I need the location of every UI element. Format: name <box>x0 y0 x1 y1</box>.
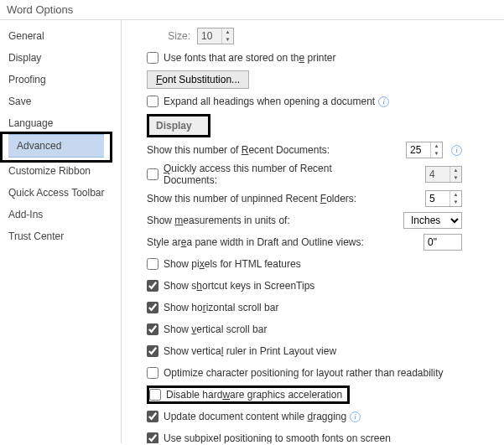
up-arrow-icon: ▲ <box>222 28 233 36</box>
v-scroll-checkbox[interactable] <box>147 323 158 335</box>
display-section-header: Display <box>149 116 208 135</box>
subpixel-label: Use subpixel positioning to smooth fonts… <box>164 432 391 443</box>
v-ruler-checkbox[interactable] <box>147 345 158 357</box>
quick-access-label: Quickly access this number of Recent Doc… <box>164 163 370 186</box>
up-arrow-icon[interactable]: ▲ <box>450 191 461 199</box>
unpinned-folders-label: Show this number of unpinned Recent Fold… <box>147 193 365 204</box>
size-spinner: ▲▼ <box>197 28 234 44</box>
subpixel-checkbox[interactable] <box>147 432 158 443</box>
h-scroll-checkbox[interactable] <box>147 302 158 313</box>
info-icon[interactable]: i <box>378 96 389 107</box>
update-drag-label: Update document content while dragging <box>164 411 346 422</box>
options-container: General Display Proofing Save Language A… <box>0 20 504 443</box>
down-arrow-icon[interactable]: ▼ <box>450 199 461 206</box>
disable-hwaccel-label: Disable hardware graphics acceleration <box>166 389 342 401</box>
recent-docs-label: Show this number of Recent Documents: <box>147 144 365 156</box>
use-printer-fonts-label: Use fonts that are stored on the printer <box>164 52 335 64</box>
sidebar-item-customize-ribbon[interactable]: Customize Ribbon <box>0 160 121 182</box>
down-arrow-icon: ▼ <box>450 174 461 182</box>
sidebar-item-trust-center[interactable]: Trust Center <box>0 225 121 247</box>
size-input <box>198 28 221 44</box>
recent-docs-spinner[interactable]: ▲▼ <box>406 142 443 158</box>
sidebar-item-advanced[interactable]: Advanced <box>8 134 104 158</box>
sidebar: General Display Proofing Save Language A… <box>0 20 122 443</box>
update-drag-checkbox[interactable] <box>147 411 158 422</box>
disable-hwaccel-highlight: Disable hardware graphics acceleration <box>147 385 350 404</box>
optimize-pos-checkbox[interactable] <box>147 367 158 379</box>
info-icon[interactable]: i <box>451 145 462 156</box>
pixels-html-label: Show pixels for HTML features <box>164 258 301 270</box>
h-scroll-label: Show horizontal scroll bar <box>164 302 278 313</box>
main-panel: Size: ▲▼ Use fonts that are stored on th… <box>122 20 504 443</box>
units-label: Show measurements in units of: <box>147 215 365 226</box>
size-label: Size: <box>147 30 197 42</box>
display-header-highlight: Display <box>147 114 210 137</box>
v-scroll-label: Show vertical scroll bar <box>164 323 267 335</box>
expand-headings-checkbox[interactable] <box>147 96 158 107</box>
shortcut-keys-label: Show shortcut keys in ScreenTips <box>164 280 314 292</box>
style-area-input[interactable] <box>423 234 462 251</box>
sidebar-item-proofing[interactable]: Proofing <box>0 69 121 91</box>
down-arrow-icon[interactable]: ▼ <box>431 150 442 158</box>
up-arrow-icon[interactable]: ▲ <box>431 142 442 150</box>
quick-access-spinner: ▲▼ <box>425 166 462 183</box>
optimize-pos-label: Optimize character positioning for layou… <box>164 367 444 379</box>
sidebar-item-addins[interactable]: Add-Ins <box>0 204 121 225</box>
sidebar-advanced-highlight: Advanced <box>0 132 112 163</box>
unpinned-folders-spinner[interactable]: ▲▼ <box>425 190 462 207</box>
unpinned-folders-input[interactable] <box>426 191 449 206</box>
up-arrow-icon: ▲ <box>450 167 461 174</box>
units-select[interactable]: Inches <box>403 212 462 229</box>
window-title: Word Options <box>0 0 504 20</box>
info-icon[interactable]: i <box>350 411 361 422</box>
quick-access-checkbox[interactable] <box>147 168 158 180</box>
style-area-label: Style area pane width in Draft and Outli… <box>147 236 365 248</box>
sidebar-item-display[interactable]: Display <box>0 47 121 69</box>
expand-headings-label: Expand all headings when opening a docum… <box>164 96 375 107</box>
font-substitution-button[interactable]: Font Substitution... <box>147 70 249 89</box>
recent-docs-input[interactable] <box>407 142 430 158</box>
pixels-html-checkbox[interactable] <box>147 258 158 270</box>
use-printer-fonts-checkbox[interactable] <box>147 52 158 64</box>
v-ruler-label: Show vertical ruler in Print Layout view <box>164 345 336 357</box>
sidebar-item-general[interactable]: General <box>0 25 121 47</box>
quick-access-input <box>426 167 449 182</box>
down-arrow-icon: ▼ <box>222 36 233 44</box>
sidebar-item-save[interactable]: Save <box>0 91 121 112</box>
disable-hwaccel-checkbox[interactable] <box>149 389 161 401</box>
shortcut-keys-checkbox[interactable] <box>147 280 158 292</box>
sidebar-item-qat[interactable]: Quick Access Toolbar <box>0 182 121 204</box>
